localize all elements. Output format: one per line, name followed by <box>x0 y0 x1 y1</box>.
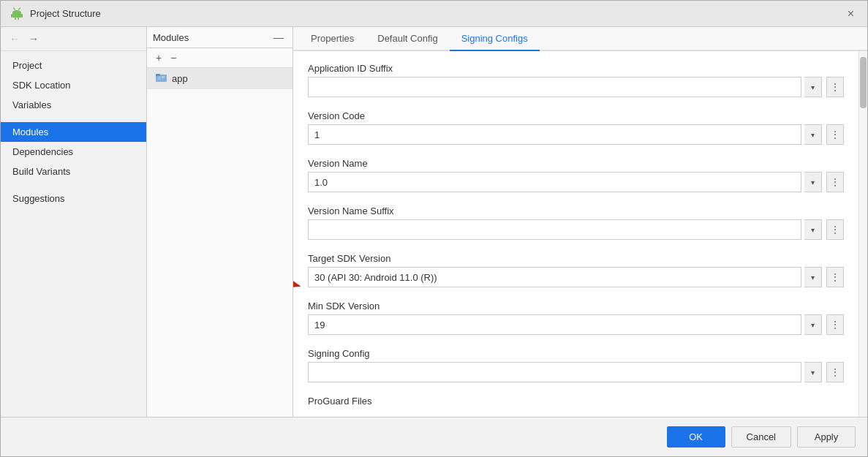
label-version-name-suffix: Version Name Suffix <box>308 205 844 216</box>
svg-rect-5 <box>18 18 19 20</box>
form-row-target-sdk-version: ▾ ⋮ <box>308 267 844 287</box>
label-application-id-suffix: Application ID Suffix <box>308 63 844 74</box>
window-title: Project Structure <box>30 8 101 19</box>
ok-button[interactable]: OK <box>667 426 725 447</box>
tab-properties[interactable]: Properties <box>299 27 366 51</box>
sidebar-item-suggestions[interactable]: Suggestions <box>1 189 146 208</box>
form-group-version-code: Version Code ▾ ⋮ <box>308 110 844 145</box>
sidebar-item-build-variants[interactable]: Build Variants <box>1 162 146 181</box>
form-row-application-id-suffix: ▾ ⋮ <box>308 77 844 97</box>
sidebar-item-project[interactable]: Project <box>1 56 146 75</box>
svg-rect-4 <box>15 18 16 20</box>
form-group-version-name: Version Name ▾ ⋮ <box>308 158 844 192</box>
title-bar: Project Structure × <box>1 1 867 27</box>
android-icon <box>10 7 24 21</box>
svg-rect-9 <box>156 74 160 76</box>
annotation-arrow <box>293 275 304 299</box>
dropdown-min-sdk-version[interactable]: ▾ <box>804 314 822 335</box>
extra-btn-target-sdk-version[interactable]: ⋮ <box>826 267 844 287</box>
back-arrow[interactable]: ← <box>7 31 23 46</box>
label-proguard-files: ProGuard Files <box>308 396 844 407</box>
form-row-version-code: ▾ ⋮ <box>308 124 844 145</box>
label-min-sdk-version: Min SDK Version <box>308 301 844 311</box>
form-row-version-name-suffix: ▾ ⋮ <box>308 219 844 240</box>
svg-line-6 <box>14 8 15 10</box>
label-target-sdk-version: Target SDK Version <box>308 253 844 264</box>
remove-module-button[interactable]: − <box>167 51 179 64</box>
form-group-min-sdk-version: Min SDK Version ▾ ⋮ <box>308 301 844 335</box>
form-row-version-name: ▾ ⋮ <box>308 172 844 192</box>
form-content: Application ID Suffix ▾ ⋮ Version Code ▾ <box>293 51 858 417</box>
tab-default-config[interactable]: Default Config <box>366 27 449 51</box>
nav-items: Project SDK Location Variables Modules D… <box>1 51 146 417</box>
modules-panel: Modules — + − app <box>147 27 293 417</box>
input-target-sdk-version[interactable] <box>308 267 801 287</box>
input-signing-config[interactable] <box>308 362 801 382</box>
input-version-code[interactable] <box>308 124 801 145</box>
cancel-button[interactable]: Cancel <box>731 426 791 447</box>
extra-btn-version-code[interactable]: ⋮ <box>826 124 844 145</box>
svg-line-7 <box>19 8 20 10</box>
modules-header: Modules — <box>147 27 293 48</box>
sidebar-item-variables[interactable]: Variables <box>1 95 146 115</box>
label-version-name: Version Name <box>308 158 844 169</box>
dropdown-version-name[interactable]: ▾ <box>804 172 822 192</box>
form-group-target-sdk-version: Target SDK Version ▾ ⋮ <box>308 253 844 287</box>
tab-signing-configs[interactable]: Signing Configs <box>450 27 540 51</box>
extra-btn-signing-config[interactable]: ⋮ <box>826 362 844 382</box>
svg-rect-3 <box>21 14 23 18</box>
sidebar-item-modules[interactable]: Modules <box>1 122 146 142</box>
forward-arrow[interactable]: → <box>26 31 42 46</box>
module-item-app[interactable]: app <box>147 68 293 89</box>
modules-panel-title: Modules <box>153 32 189 43</box>
svg-rect-11 <box>162 76 165 78</box>
label-signing-config: Signing Config <box>308 348 844 359</box>
modules-collapse-button[interactable]: — <box>271 31 287 43</box>
project-structure-dialog: Project Structure × ← → Project SDK Loca… <box>0 0 868 457</box>
dropdown-application-id-suffix[interactable]: ▾ <box>804 77 822 97</box>
dropdown-version-name-suffix[interactable]: ▾ <box>804 219 822 240</box>
add-module-button[interactable]: + <box>153 51 165 64</box>
form-group-application-id-suffix: Application ID Suffix ▾ ⋮ <box>308 63 844 97</box>
dropdown-version-code[interactable]: ▾ <box>804 124 822 145</box>
form-group-proguard-files: ProGuard Files <box>308 396 844 407</box>
right-content: Properties Default Config Signing Config… <box>293 27 867 417</box>
svg-rect-10 <box>158 76 161 80</box>
modules-list: app <box>147 68 293 417</box>
sidebar-item-dependencies[interactable]: Dependencies <box>1 142 146 162</box>
form-group-version-name-suffix: Version Name Suffix ▾ ⋮ <box>308 205 844 240</box>
extra-btn-version-name[interactable]: ⋮ <box>826 172 844 192</box>
form-row-min-sdk-version: ▾ ⋮ <box>308 314 844 335</box>
form-content-wrapper: Application ID Suffix ▾ ⋮ Version Code ▾ <box>293 51 867 417</box>
svg-rect-2 <box>11 14 12 18</box>
bottom-bar: OK Cancel Apply <box>1 417 867 456</box>
scrollbar-thumb[interactable] <box>860 57 867 108</box>
input-application-id-suffix[interactable] <box>308 77 801 97</box>
main-content: ← → Project SDK Location Variables Modul… <box>1 27 867 417</box>
tabs-bar: Properties Default Config Signing Config… <box>293 27 867 51</box>
folder-icon <box>156 72 167 85</box>
label-version-code: Version Code <box>308 110 844 121</box>
nav-header: ← → <box>1 27 146 51</box>
form-row-signing-config: ▾ ⋮ <box>308 362 844 382</box>
input-version-name[interactable] <box>308 172 801 192</box>
form-group-signing-config: Signing Config ▾ ⋮ <box>308 348 844 382</box>
extra-btn-min-sdk-version[interactable]: ⋮ <box>826 314 844 335</box>
dropdown-signing-config[interactable]: ▾ <box>804 362 822 382</box>
input-version-name-suffix[interactable] <box>308 219 801 240</box>
close-button[interactable]: × <box>843 6 858 22</box>
input-min-sdk-version[interactable] <box>308 314 801 335</box>
dropdown-target-sdk-version[interactable]: ▾ <box>804 267 822 287</box>
modules-toolbar: + − <box>147 48 293 68</box>
apply-button[interactable]: Apply <box>797 426 856 447</box>
module-name-app: app <box>172 73 188 84</box>
title-bar-left: Project Structure <box>10 7 101 21</box>
left-nav-panel: ← → Project SDK Location Variables Modul… <box>1 27 147 417</box>
extra-btn-application-id-suffix[interactable]: ⋮ <box>826 77 844 97</box>
extra-btn-version-name-suffix[interactable]: ⋮ <box>826 219 844 240</box>
sidebar-item-sdk-location[interactable]: SDK Location <box>1 75 146 95</box>
vertical-scrollbar[interactable] <box>858 51 867 417</box>
